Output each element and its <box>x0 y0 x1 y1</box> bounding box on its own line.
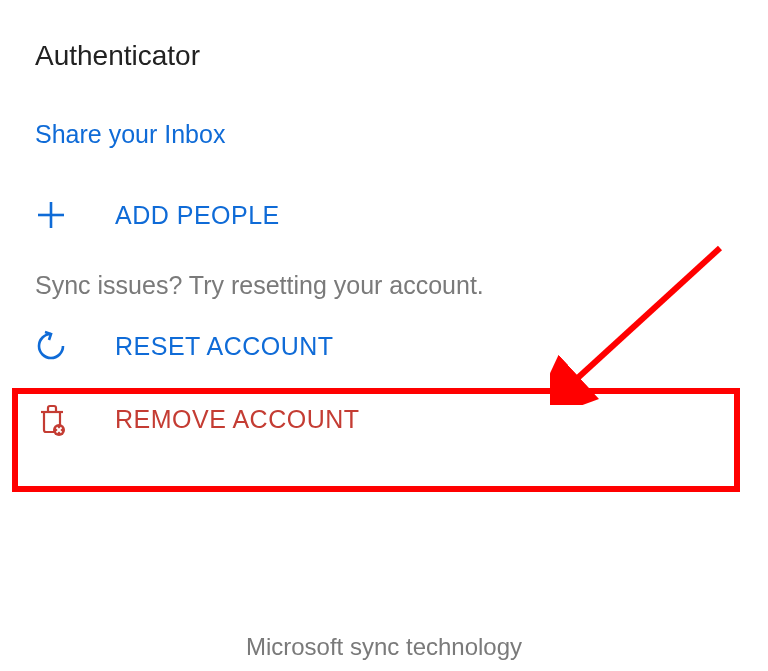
remove-account-label: REMOVE ACCOUNT <box>115 405 360 434</box>
sync-hint-text: Sync issues? Try resetting your account. <box>30 251 738 310</box>
remove-account-button[interactable]: REMOVE ACCOUNT <box>30 382 738 456</box>
trash-icon <box>35 402 75 436</box>
add-people-button[interactable]: ADD PEOPLE <box>30 179 738 251</box>
reset-icon <box>35 330 75 362</box>
reset-account-button[interactable]: RESET ACCOUNT <box>30 310 738 382</box>
share-inbox-link[interactable]: Share your Inbox <box>30 120 738 149</box>
footer-text: Microsoft sync technology <box>0 633 768 661</box>
reset-account-label: RESET ACCOUNT <box>115 332 334 361</box>
plus-icon <box>35 199 75 231</box>
page-title: Authenticator <box>30 40 738 72</box>
add-people-label: ADD PEOPLE <box>115 201 280 230</box>
